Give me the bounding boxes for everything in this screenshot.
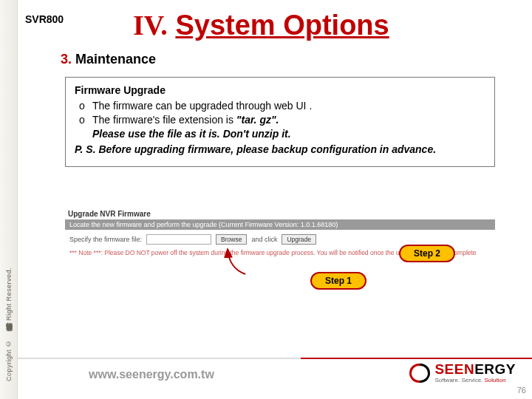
arrow-icon bbox=[223, 245, 253, 276]
step2-callout: Step 2 bbox=[399, 245, 455, 262]
section-text: Maintenance bbox=[75, 52, 156, 66]
info-box: Firmware Upgrade The firmware can be upg… bbox=[65, 77, 495, 167]
row-label: Specify the firmware file: bbox=[69, 236, 142, 243]
mid-text: and click bbox=[251, 236, 277, 243]
browse-button[interactable]: Browse bbox=[216, 234, 247, 245]
panel-title: Upgrade NVR Firmware bbox=[65, 208, 495, 219]
logo-mark-icon bbox=[409, 363, 430, 383]
emphasis-text: Please use the file as it is. Don't unzi… bbox=[92, 128, 291, 140]
box-heading: Firmware Upgrade bbox=[75, 83, 485, 98]
postscript: P. S. Before upgrading firmware, please … bbox=[75, 143, 485, 157]
brand-logo: SEENERGY Software. Service. Solution bbox=[409, 362, 516, 383]
title-text: System Options bbox=[175, 10, 389, 41]
copyright-text: Copyright © 琉璃科技股份有限公司 All Right Reserve… bbox=[4, 267, 13, 381]
section-heading: 3. Maintenance bbox=[61, 52, 156, 67]
footer-rule bbox=[18, 358, 532, 359]
left-rail: Copyright © 琉璃科技股份有限公司 All Right Reserve… bbox=[0, 0, 18, 399]
bullet-list: The firmware can be upgraded through web… bbox=[75, 99, 485, 141]
firmware-file-input[interactable] bbox=[146, 234, 211, 245]
emphasis-text: "tar. gz". bbox=[236, 114, 279, 126]
panel-subtitle: Locate the new firmware and perform the … bbox=[65, 219, 495, 230]
title-number: IV. bbox=[133, 10, 168, 41]
page-title: IV. System Options bbox=[133, 9, 389, 41]
list-item: The firmware can be upgraded through web… bbox=[79, 99, 485, 113]
section-number: 3. bbox=[61, 52, 72, 66]
tagline-a: Software. Service. bbox=[434, 377, 484, 383]
step1-callout: Step 1 bbox=[310, 272, 366, 290]
brand-part-a: SEEN bbox=[434, 361, 474, 377]
footer: www.seenergy.com.tw SEENERGY Software. S… bbox=[18, 358, 532, 399]
tagline-b: Solution bbox=[485, 377, 506, 383]
logo-text: SEENERGY Software. Service. Solution bbox=[434, 362, 516, 383]
page-number: 76 bbox=[517, 386, 526, 395]
list-item: The firmware's file extension is "tar. g… bbox=[79, 113, 485, 141]
footer-url: www.seenergy.com.tw bbox=[89, 368, 214, 381]
bullet-text: The firmware's file extension is bbox=[92, 114, 236, 126]
brand-part-b: ERGY bbox=[474, 361, 516, 377]
product-label: SVR800 bbox=[25, 13, 64, 25]
upgrade-button[interactable]: Upgrade bbox=[282, 234, 316, 245]
